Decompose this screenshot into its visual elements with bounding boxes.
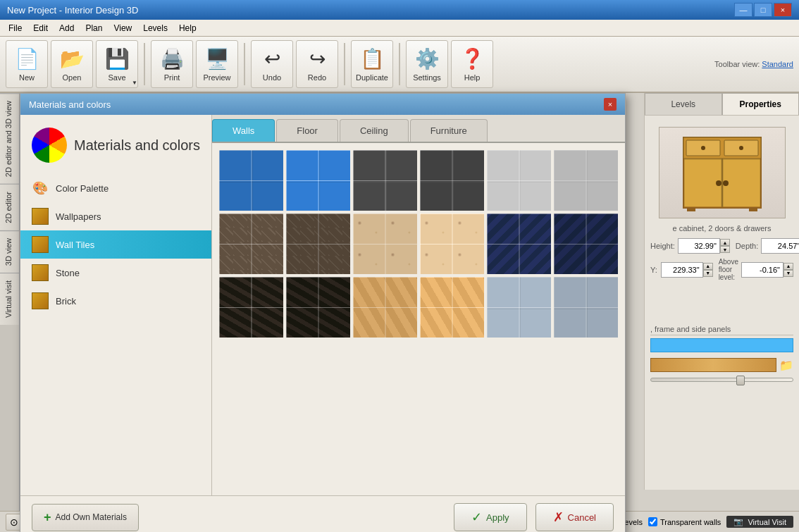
menu-add[interactable]: Add [54, 22, 80, 35]
folder-icon[interactable]: 📁 [779, 359, 793, 372]
tile-granite-dark-2[interactable] [419, 149, 485, 212]
preview-button[interactable]: 🖥️ Preview [196, 40, 238, 88]
new-button[interactable]: 📄 New [6, 40, 48, 88]
right-panel: Levels Properties [644, 93, 799, 490]
panel-tab-properties[interactable]: Properties [722, 93, 800, 115]
transparent-walls-checkbox-label[interactable]: Transparent walls [648, 517, 721, 526]
menu-levels[interactable]: Levels [137, 22, 173, 35]
tile-blue-2[interactable] [285, 149, 352, 212]
y-spinbox: ▲ ▼ [703, 263, 713, 277]
frame-panels-label: , frame and side panels [650, 323, 793, 335]
tile-light-blue-gray-1[interactable] [485, 276, 552, 339]
y-input-group: ▲ ▼ [661, 262, 713, 278]
apply-label: Apply [486, 512, 509, 523]
maximize-button[interactable]: □ [754, 3, 772, 17]
above-floor-decrement[interactable]: ▼ [783, 270, 793, 277]
menu-view[interactable]: View [108, 22, 137, 35]
category-wall-tiles[interactable]: Wall Tiles [20, 230, 211, 259]
tile-tan-crackle-1[interactable] [352, 276, 419, 339]
settings-label: Settings [413, 73, 441, 82]
category-color-palette-label: Color Palette [56, 183, 109, 194]
close-window-button[interactable]: × [774, 3, 792, 17]
cancel-button[interactable]: ✗ Cancel [535, 503, 614, 531]
material-tabs: Walls Floor Ceiling Furniture [212, 115, 625, 143]
virtual-visit-button[interactable]: 📷 Virtual Visit [726, 516, 793, 528]
save-button[interactable]: 💾 Save ▼ [96, 40, 138, 88]
menu-edit[interactable]: Edit [27, 22, 54, 35]
y-input[interactable] [661, 262, 703, 278]
tile-beige-1[interactable] [352, 212, 419, 276]
dialog-title-bar: Materials and colors × [20, 94, 625, 115]
category-color-palette[interactable]: 🎨 Color Palette [20, 174, 211, 202]
new-icon: 📄 [15, 47, 39, 70]
help-button[interactable]: ❓ Help [451, 40, 493, 88]
toolbar-view-label: Toolbar view: [714, 60, 760, 68]
side-tab-virtual-visit[interactable]: Virtual visit [0, 273, 19, 325]
duplicate-label: Duplicate [356, 73, 388, 82]
tile-rocky-2[interactable] [285, 212, 352, 276]
add-materials-button[interactable]: + Add Own Materials [32, 504, 139, 531]
above-floor-input[interactable] [741, 262, 783, 278]
y-property-row: Y: ▲ ▼ Above floor level: ▲ ▼ [650, 258, 793, 281]
tile-light-gray-1[interactable] [485, 149, 552, 212]
tile-granite-dark-1[interactable] [352, 149, 419, 212]
tile-light-gray-2[interactable] [552, 149, 619, 212]
tab-ceiling[interactable]: Ceiling [340, 119, 409, 142]
settings-icon: ⚙️ [415, 47, 440, 70]
redo-label: Redo [308, 73, 326, 82]
settings-button[interactable]: ⚙️ Settings [406, 40, 448, 88]
tile-dark-brown-1[interactable] [218, 276, 285, 339]
category-stone-label: Stone [56, 268, 80, 278]
menu-file[interactable]: File [3, 22, 27, 35]
tile-beige-2[interactable] [419, 212, 485, 276]
opacity-slider-thumb[interactable] [736, 376, 745, 385]
side-tab-2d[interactable]: 2D editor [0, 184, 19, 230]
transparent-walls-checkbox[interactable] [648, 517, 657, 526]
depth-input[interactable] [761, 238, 799, 254]
tile-light-blue-gray-2[interactable] [552, 276, 619, 339]
opacity-slider[interactable] [650, 378, 793, 382]
color-bar-blue [650, 338, 793, 352]
category-brick[interactable]: Brick [20, 287, 211, 315]
tile-tan-crackle-2[interactable] [419, 276, 485, 339]
tile-dark-navy-2[interactable] [552, 212, 619, 276]
app-logo-icon [32, 128, 67, 163]
y-decrement[interactable]: ▼ [703, 270, 713, 277]
tab-floor[interactable]: Floor [276, 119, 338, 142]
duplicate-button[interactable]: 📋 Duplicate [351, 40, 393, 88]
apply-checkmark-icon: ✓ [471, 509, 482, 525]
dialog-close-button[interactable]: × [604, 98, 617, 111]
above-floor-increment[interactable]: ▲ [783, 263, 793, 270]
duplicate-icon: 📋 [360, 47, 385, 70]
tile-rocky-1[interactable] [218, 212, 285, 276]
toolbar-view-value: Standard [762, 60, 793, 68]
height-decrement[interactable]: ▼ [720, 246, 730, 253]
minimize-button[interactable]: — [734, 3, 752, 17]
tile-dark-brown-2[interactable] [285, 276, 352, 339]
tab-walls[interactable]: Walls [212, 119, 275, 142]
tab-furniture[interactable]: Furniture [410, 119, 488, 142]
print-button[interactable]: 🖨️ Print [151, 40, 193, 88]
side-tab-2d-3d[interactable]: 2D editor and 3D view [0, 93, 19, 184]
title-bar: New Project - Interior Design 3D — □ × [0, 0, 799, 20]
side-tab-3d[interactable]: 3D view [0, 230, 19, 273]
redo-button[interactable]: ↪ Redo [296, 40, 338, 88]
dialog-body: Materials and colors 🎨 Color Palette Wal… [20, 115, 625, 495]
category-stone[interactable]: Stone [20, 259, 211, 287]
menu-help[interactable]: Help [173, 22, 202, 35]
category-wallpapers[interactable]: Wallpapers [20, 202, 211, 230]
tile-dark-navy-1[interactable] [485, 212, 552, 276]
y-increment[interactable]: ▲ [703, 263, 713, 270]
height-increment[interactable]: ▲ [720, 239, 730, 246]
save-dropdown-arrow: ▼ [132, 80, 137, 86]
tile-blue-1[interactable] [218, 149, 285, 212]
open-button[interactable]: 📂 Open [51, 40, 93, 88]
undo-button[interactable]: ↩ Undo [251, 40, 293, 88]
svg-point-9 [716, 180, 721, 186]
panel-tab-levels[interactable]: Levels [645, 93, 722, 115]
transparent-walls-label: Transparent walls [660, 518, 721, 526]
menu-plan[interactable]: Plan [80, 22, 108, 35]
apply-button[interactable]: ✓ Apply [454, 503, 527, 531]
height-input[interactable] [678, 238, 720, 254]
cancel-x-icon: ✗ [553, 509, 564, 525]
